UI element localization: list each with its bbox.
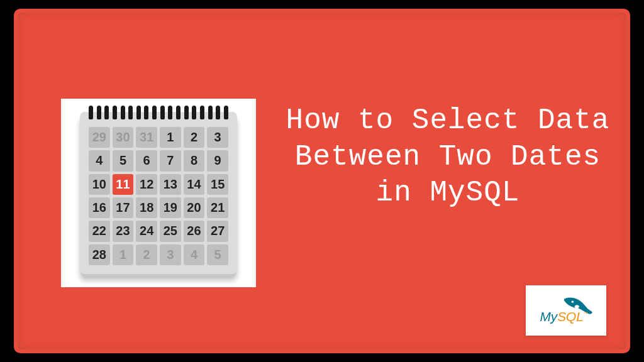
calendar-binding: [89, 106, 228, 119]
calendar-ring: [97, 106, 101, 119]
mysql-logo-card: MySQL™: [526, 285, 606, 336]
svg-point-0: [572, 300, 574, 302]
calendar-cell: 3: [160, 244, 181, 265]
calendar-cell: 5: [207, 244, 228, 265]
calendar-cell: 22: [89, 221, 110, 241]
calendar-cell: 24: [136, 221, 157, 241]
calendar-cell: 12: [136, 174, 157, 195]
calendar-cell: 28: [89, 244, 110, 265]
calendar-ring: [208, 106, 213, 119]
logo-text-sql: SQL: [557, 309, 584, 324]
calendar-ring: [192, 106, 196, 119]
calendar-ring: [216, 106, 220, 119]
calendar-cell: 18: [136, 197, 157, 218]
calendar-cell: 21: [207, 197, 228, 218]
calendar-cell: 27: [207, 221, 228, 241]
calendar-cell: 9: [207, 150, 228, 171]
calendar-ring: [128, 106, 133, 119]
logo-text-my: My: [540, 309, 558, 324]
calendar-cell: 7: [160, 150, 181, 171]
calendar-cell: 19: [160, 197, 181, 218]
calendar-ring: [184, 106, 189, 119]
calendar-ring: [121, 106, 125, 119]
calendar-cell: 8: [184, 150, 205, 171]
calendar-ring: [144, 106, 148, 119]
calendar-cell: 13: [160, 174, 181, 195]
calendar-cell: 4: [184, 244, 205, 265]
calendar-cell: 5: [113, 150, 134, 171]
calendar-cell: 25: [160, 221, 181, 241]
calendar-body: 2930311234567891011121314151617181920212…: [80, 112, 237, 274]
calendar-ring: [200, 106, 204, 119]
calendar-cell: 29: [89, 127, 110, 148]
mysql-logo-icon: MySQL™: [533, 294, 599, 327]
calendar-ring: [160, 106, 165, 119]
calendar-cell: 6: [136, 150, 157, 171]
calendar-cell: 23: [113, 221, 134, 241]
calendar-cell: 2: [136, 244, 157, 265]
calendar-ring: [136, 106, 141, 119]
calendar-ring: [89, 106, 93, 119]
calendar-cell: 1: [160, 127, 181, 148]
calendar-ring: [168, 106, 172, 119]
calendar-cell: 20: [184, 197, 205, 218]
calendar-ring: [113, 106, 117, 119]
calendar-cell: 3: [207, 127, 228, 148]
calendar-cell: 17: [113, 197, 134, 218]
calendar-cell: 26: [184, 221, 205, 241]
calendar-cell: 31: [136, 127, 157, 148]
calendar-ring: [224, 106, 228, 119]
calendar-cell: 10: [89, 174, 110, 195]
calendar-card: 2930311234567891011121314151617181920212…: [61, 99, 256, 287]
calendar-ring: [104, 106, 109, 119]
calendar-cell: 15: [207, 174, 228, 195]
calendar-cell: 14: [184, 174, 205, 195]
calendar-ring: [176, 106, 180, 119]
calendar-cell: 2: [184, 127, 205, 148]
svg-text:MySQL™: MySQL™: [540, 309, 587, 324]
calendar-cell: 30: [113, 127, 134, 148]
slide-title: How to Select Data Between Two Dates in …: [284, 103, 611, 212]
calendar-grid: 2930311234567891011121314151617181920212…: [89, 127, 228, 265]
calendar-cell: 4: [89, 150, 110, 171]
calendar-cell: 1: [113, 244, 134, 265]
calendar-cell: 16: [89, 197, 110, 218]
logo-tm: ™: [584, 311, 588, 315]
calendar-cell: 11: [113, 174, 134, 195]
slide-frame: How to Select Data Between Two Dates in …: [14, 9, 630, 353]
calendar-ring: [152, 106, 157, 119]
